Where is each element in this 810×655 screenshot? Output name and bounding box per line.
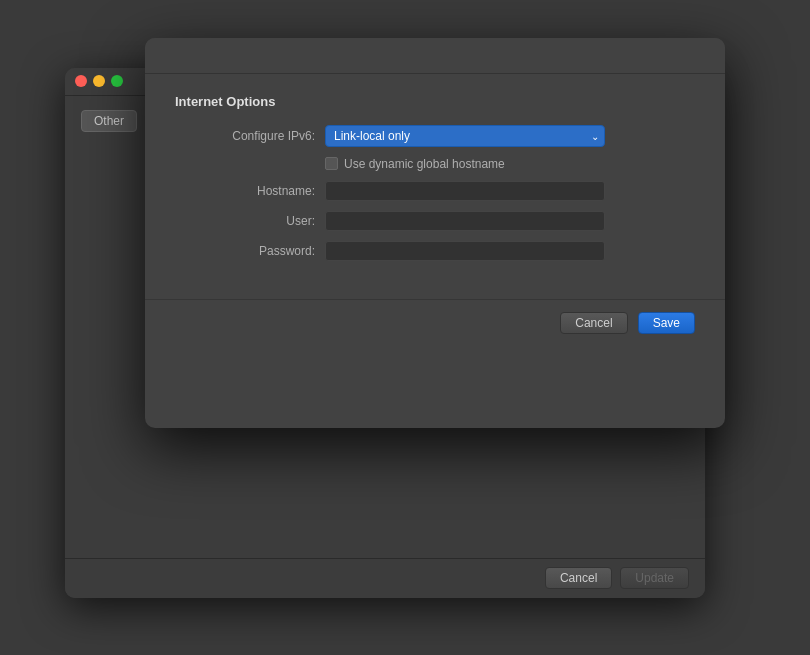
password-row: Password: bbox=[175, 241, 695, 261]
minimize-button[interactable] bbox=[93, 75, 105, 87]
modal-save-button[interactable]: Save bbox=[638, 312, 695, 334]
hostname-label: Hostname: bbox=[175, 184, 315, 198]
configure-ipv6-control: Link-local only Automatically Manually ⌄ bbox=[325, 125, 695, 147]
modal-buttons: Cancel Save bbox=[145, 299, 725, 346]
maximize-button[interactable] bbox=[111, 75, 123, 87]
checkbox-row: Use dynamic global hostname bbox=[175, 157, 695, 171]
section-title: Internet Options bbox=[175, 94, 695, 109]
modal-window: Internet Options Configure IPv6: Link-lo… bbox=[145, 38, 725, 428]
window-container: AirPort Utility Other Domain Name: IPv6 … bbox=[65, 38, 745, 618]
user-label: User: bbox=[175, 214, 315, 228]
password-control bbox=[325, 241, 695, 261]
user-control bbox=[325, 211, 695, 231]
hostname-row: Hostname: bbox=[175, 181, 695, 201]
modal-cancel-button[interactable]: Cancel bbox=[560, 312, 627, 334]
modal-titlebar bbox=[145, 38, 725, 74]
configure-ipv6-select[interactable]: Link-local only Automatically Manually bbox=[325, 125, 605, 147]
configure-ipv6-row: Configure IPv6: Link-local only Automati… bbox=[175, 125, 695, 147]
configure-ipv6-wrapper: Link-local only Automatically Manually ⌄ bbox=[325, 125, 605, 147]
password-input[interactable] bbox=[325, 241, 605, 261]
user-row: User: bbox=[175, 211, 695, 231]
modal-content: Internet Options Configure IPv6: Link-lo… bbox=[145, 74, 725, 291]
hostname-control bbox=[325, 181, 695, 201]
bg-cancel-button[interactable]: Cancel bbox=[545, 567, 612, 589]
password-label: Password: bbox=[175, 244, 315, 258]
bg-bottom-bar: Cancel Update bbox=[65, 558, 705, 598]
traffic-lights bbox=[75, 75, 123, 87]
hostname-input[interactable] bbox=[325, 181, 605, 201]
bg-update-button: Update bbox=[620, 567, 689, 589]
configure-ipv6-label: Configure IPv6: bbox=[175, 129, 315, 143]
user-input[interactable] bbox=[325, 211, 605, 231]
checkbox-label: Use dynamic global hostname bbox=[344, 157, 505, 171]
close-button[interactable] bbox=[75, 75, 87, 87]
dynamic-hostname-checkbox[interactable] bbox=[325, 157, 338, 170]
